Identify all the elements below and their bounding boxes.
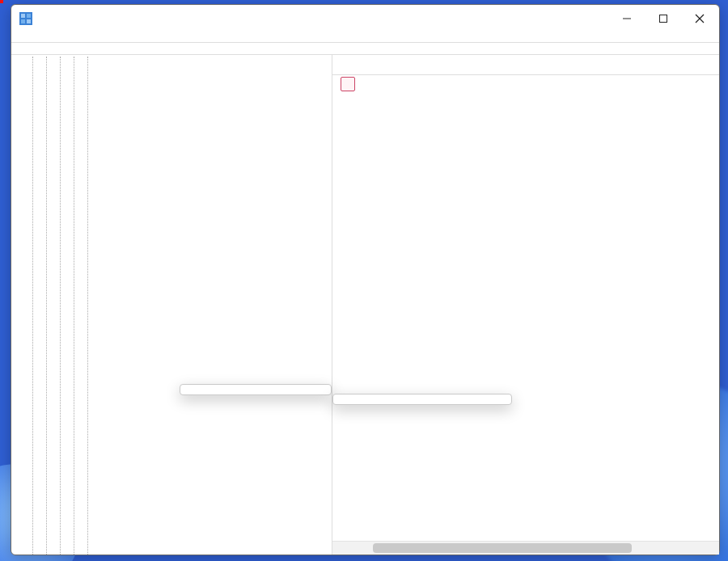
context-menu bbox=[180, 384, 332, 395]
scrollbar-thumb[interactable] bbox=[373, 543, 632, 553]
menu-help[interactable] bbox=[92, 34, 108, 37]
values-pane bbox=[332, 55, 719, 555]
menubar bbox=[11, 32, 719, 43]
values-header bbox=[332, 55, 719, 75]
menu-favorites[interactable] bbox=[74, 34, 91, 37]
svg-rect-2 bbox=[27, 14, 31, 18]
svg-rect-4 bbox=[27, 19, 31, 23]
registry-editor-icon bbox=[19, 12, 32, 25]
menu-file[interactable] bbox=[21, 34, 37, 37]
highlight-annotation bbox=[0, 0, 3, 3]
titlebar bbox=[11, 5, 719, 32]
svg-rect-6 bbox=[659, 15, 667, 23]
svg-rect-3 bbox=[21, 19, 25, 23]
horizontal-scrollbar[interactable] bbox=[332, 541, 719, 555]
registry-editor-window bbox=[11, 4, 720, 555]
menu-edit[interactable] bbox=[39, 34, 55, 37]
menu-view[interactable] bbox=[57, 34, 73, 37]
svg-rect-1 bbox=[21, 14, 25, 18]
address-bar[interactable] bbox=[11, 43, 719, 55]
close-button[interactable] bbox=[681, 6, 717, 31]
string-value-icon bbox=[341, 77, 355, 91]
tree-guides bbox=[11, 57, 101, 555]
maximize-button[interactable] bbox=[645, 6, 681, 31]
tree-pane[interactable] bbox=[11, 55, 332, 555]
minimize-button[interactable] bbox=[608, 6, 645, 31]
new-submenu bbox=[332, 394, 512, 405]
value-row[interactable] bbox=[332, 75, 719, 92]
